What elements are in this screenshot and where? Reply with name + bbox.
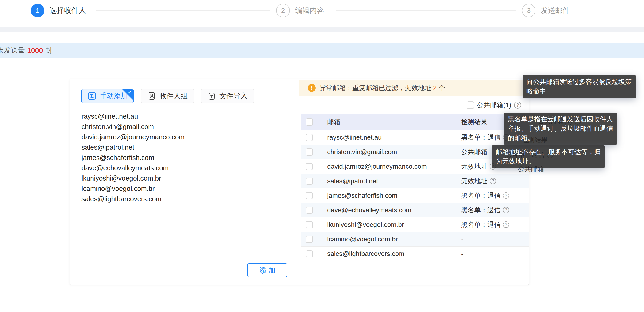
row-email: sales@ipatrol.net [318, 174, 455, 188]
check-icon: ✓ [128, 90, 132, 95]
step-connector-1 [96, 10, 270, 10]
tooltip-invalid-address: 邮箱地址不存在、服务不可达等，归为无效地址。 [492, 145, 604, 168]
table-header-row: 邮箱 检测结果 [301, 114, 530, 130]
row-result: - [461, 250, 463, 258]
public-mailbox-help-icon[interactable]: ? [514, 102, 521, 109]
row-checkbox[interactable] [306, 134, 313, 141]
step-2-number: 2 [276, 4, 290, 17]
table-row: raysc@iinet.net.au 黑名单：退信? [301, 130, 530, 145]
header-select-all-cell [301, 114, 318, 130]
row-result: 黑名单：退信 [461, 206, 500, 215]
row-result: 黑名单：退信 [461, 191, 500, 200]
email-line: james@schaferfish.com [82, 152, 184, 163]
email-line: david.jamroz@journeymanco.com [82, 132, 184, 142]
header-separator-strip [0, 26, 644, 32]
step-connector-2 [336, 10, 516, 10]
quota-prefix: 余发送量 [0, 46, 25, 54]
table-row: dave@echovalleymeats.com 黑名单：退信? [301, 203, 530, 218]
row-result: 黑名单：退信 [461, 133, 500, 142]
tab-recipient-group-label: 收件人组 [160, 91, 188, 101]
table-row: sales@lightbarcovers.com - [301, 247, 530, 261]
row-result: - [461, 236, 463, 243]
tab-file-import[interactable]: 文件导入 [201, 89, 254, 103]
tab-file-import-label: 文件导入 [219, 91, 248, 101]
row-email: david.jamroz@journeymanco.com [318, 159, 455, 174]
result-help-icon[interactable]: ? [503, 207, 509, 213]
row-checkbox[interactable] [306, 192, 313, 199]
row-checkbox[interactable] [306, 148, 313, 156]
row-email: lcamino@voegol.com.br [318, 232, 455, 246]
recipient-group-icon [147, 91, 156, 100]
row-email: james@schaferfish.com [318, 188, 455, 203]
step-1-select-recipients[interactable]: 1 选择收件人 [31, 0, 86, 21]
warning-suffix: 个 [439, 84, 445, 91]
step-3-number: 3 [522, 4, 536, 17]
step-header: 1 选择收件人 2 编辑内容 3 发送邮件 [0, 0, 644, 26]
row-checkbox[interactable] [306, 221, 313, 228]
row-checkbox[interactable] [306, 250, 313, 257]
row-checkbox[interactable] [306, 163, 313, 170]
step-2-edit-content[interactable]: 2 编辑内容 [276, 0, 324, 21]
result-help-icon[interactable]: ? [490, 178, 496, 184]
quota-notice-bar: 余发送量1000封 [0, 43, 644, 58]
ghost-column-border [580, 98, 580, 112]
warning-prefix: 异常邮箱：重复邮箱已过滤，无效地址 [320, 84, 431, 91]
step-2-label: 编辑内容 [295, 6, 324, 15]
manual-add-icon [87, 91, 96, 100]
email-line: sales@ipatrol.net [82, 142, 184, 152]
table-row: james@schaferfish.com 黑名单：退信? [301, 188, 530, 203]
email-input-list[interactable]: raysc@iinet.net.au christen.vin@gmail.co… [82, 111, 184, 204]
public-mailbox-checkbox[interactable] [467, 101, 474, 109]
header-email-cell: 邮箱 [318, 114, 455, 130]
row-email: christen.vin@gmail.com [318, 145, 455, 159]
quota-count: 1000 [25, 46, 45, 54]
result-help-icon[interactable]: ? [503, 222, 509, 228]
abnormal-mailbox-warning: ! 异常邮箱：重复邮箱已过滤，无效地址2个 [299, 79, 530, 96]
table-row: lkuniyoshi@voegol.com.br 黑名单：退信? [301, 218, 530, 232]
quota-text: 余发送量1000封 [0, 46, 52, 55]
select-all-checkbox[interactable] [306, 118, 313, 125]
detection-table: 邮箱 检测结果 raysc@iinet.net.au 黑名单：退信? chris… [301, 114, 530, 261]
step-1-label: 选择收件人 [50, 6, 86, 15]
row-email: dave@echovalleymeats.com [318, 203, 455, 217]
table-row: sales@ipatrol.net 无效地址? [301, 174, 530, 188]
detection-pane: ! 异常邮箱：重复邮箱已过滤，无效地址2个 公共邮箱(1) ? 邮箱 检测结果 … [299, 79, 530, 285]
row-checkbox[interactable] [306, 236, 313, 243]
row-result: 无效地址 [461, 162, 487, 171]
add-button[interactable]: 添 加 [247, 264, 288, 277]
row-email: lkuniyoshi@voegol.com.br [318, 218, 455, 232]
tooltip-blacklist: 黑名单是指在云邮通发送后因收件人举报、手动退订、反垃圾邮件而退信的邮箱。 [504, 113, 617, 144]
email-line: lcamino@voegol.com.br [82, 183, 184, 194]
email-line: sales@lightbarcovers.com [82, 194, 184, 204]
tooltip-public-mailbox: 向公共邮箱发送过多容易被反垃圾策略命中 [522, 75, 636, 98]
quota-suffix: 封 [45, 46, 52, 54]
step-3-send-mail[interactable]: 3 发送邮件 [522, 0, 570, 21]
row-email: raysc@iinet.net.au [318, 130, 455, 144]
table-row: lcamino@voegol.com.br - [301, 232, 530, 247]
row-result: 无效地址 [461, 177, 487, 186]
warning-count: 2 [431, 84, 439, 91]
recipients-card: 手动添加 ✓ 收件人组 文件导入 raysc@iinet.net.au chri… [70, 79, 530, 285]
email-line: lkuniyoshi@voegol.com.br [82, 173, 184, 183]
row-checkbox[interactable] [306, 178, 313, 185]
email-line: raysc@iinet.net.au [82, 111, 184, 121]
row-checkbox[interactable] [306, 207, 313, 214]
row-result: 公共邮箱 [461, 148, 487, 156]
email-line: christen.vin@gmail.com [82, 121, 184, 132]
tab-manual-add[interactable]: 手动添加 ✓ [82, 89, 134, 103]
warning-icon: ! [308, 84, 316, 92]
row-email: sales@lightbarcovers.com [318, 247, 455, 261]
row-result: 黑名单：退信 [461, 220, 500, 229]
email-line: dave@echovalleymeats.com [82, 163, 184, 173]
public-mailbox-filter-row: 公共邮箱(1) ? [299, 96, 530, 114]
file-import-icon [207, 91, 216, 100]
step-3-label: 发送邮件 [541, 6, 570, 15]
manual-add-pane: 手动添加 ✓ 收件人组 文件导入 raysc@iinet.net.au chri… [70, 79, 299, 285]
public-mailbox-label: 公共邮箱(1) [477, 101, 511, 110]
warning-text: 异常邮箱：重复邮箱已过滤，无效地址2个 [320, 83, 445, 92]
step-1-number: 1 [31, 4, 44, 17]
result-help-icon[interactable]: ? [503, 192, 509, 199]
tab-recipient-group[interactable]: 收件人组 [141, 89, 194, 103]
